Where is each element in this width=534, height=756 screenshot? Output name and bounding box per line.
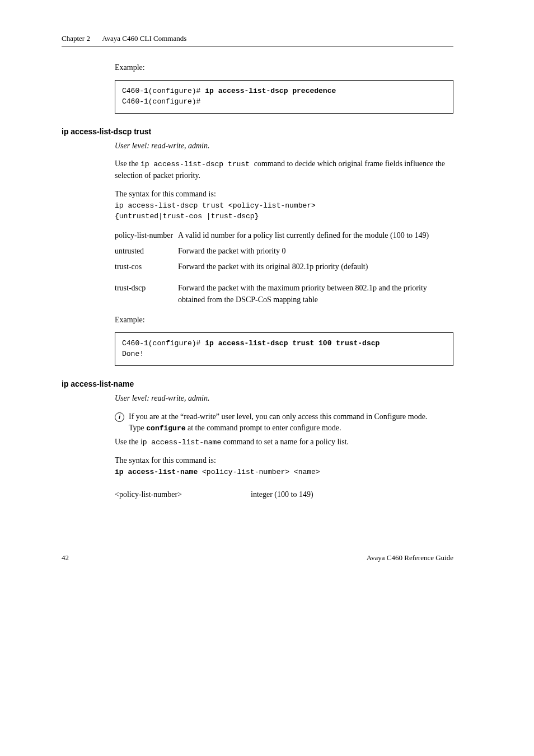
param-key: <policy-list-number>	[115, 487, 251, 503]
syntax-line: ip access-list-dscp trust <policy-list-n…	[115, 201, 453, 212]
info-text: If you are at the “read-write” user leve…	[129, 411, 427, 422]
page-footer: 42 Avaya C460 Reference Guide	[62, 553, 453, 564]
syntax-line: ip access-list-name <policy-list-number>…	[115, 467, 453, 478]
text: Type	[129, 424, 146, 432]
param-key: untrusted	[115, 243, 178, 259]
intro-text: Use the ip access-list-dscp trust comman…	[115, 158, 453, 181]
info-text: Type configure at the command prompt to …	[129, 422, 427, 434]
mono-text: ip access-list-dscp trust	[140, 160, 254, 168]
mono-bold: ip access-list-name	[115, 468, 198, 476]
intro-text: Use the ip access-list-name command to s…	[115, 436, 453, 448]
param-value: Forward the packet with its original 802…	[178, 259, 453, 275]
mono-bold: configure	[146, 424, 185, 433]
param-key: trust-dscp	[115, 275, 178, 308]
mono-text: p access-list-name	[143, 438, 221, 447]
example-label: Example:	[115, 62, 453, 73]
text: Use the i	[115, 438, 143, 446]
footer-title: Avaya C460 Reference Guide	[367, 553, 453, 564]
text: command to set a name for a policy list.	[221, 438, 349, 446]
param-value: Forward the packet with the maximum prio…	[178, 275, 453, 308]
table-row: trust-dscp Forward the packet with the m…	[115, 275, 453, 308]
page-header: Chapter 2 Avaya C460 CLI Commands	[62, 34, 453, 46]
table-row: untrusted Forward the packet with priori…	[115, 243, 453, 259]
code-bold: ip access-list-dscp precedence	[205, 87, 336, 95]
table-row: policy-list-number A valid id number for…	[115, 228, 453, 243]
code-block: C460-1(configure)# ip access-list-dscp t…	[115, 332, 453, 366]
code-text: C460-1(configure)#	[122, 87, 205, 95]
table-row: trust-cos Forward the packet with its or…	[115, 259, 453, 275]
user-level: User level: read-write, admin.	[115, 393, 453, 404]
code-bold: ip access-list-dscp trust 100 trust-dscp	[205, 339, 380, 348]
params-table: <policy-list-number> integer (100 to 149…	[115, 487, 453, 503]
code-block: C460-1(configure)# ip access-list-dscp p…	[115, 80, 453, 114]
example-label: Example:	[115, 314, 453, 326]
param-value: integer (100 to 149)	[251, 487, 453, 503]
param-key: trust-cos	[115, 259, 178, 275]
param-value: A valid id number for a policy list curr…	[178, 228, 453, 243]
user-level: User level: read-write, admin.	[115, 140, 453, 152]
section-heading-list-name: ip access-list-name	[62, 378, 453, 389]
header-title: Avaya C460 CLI Commands	[102, 34, 186, 43]
header-chapter: Chapter 2	[62, 34, 90, 43]
syntax-line: {untrusted|trust-cos |trust-dscp}	[115, 212, 453, 222]
code-text: C460-1(configure)#	[122, 97, 200, 106]
syntax-label: The syntax for this command is:	[115, 455, 453, 466]
code-text: C460-1(configure)#	[122, 339, 205, 348]
syntax-label: The syntax for this command is:	[115, 189, 453, 200]
text: Use the	[115, 159, 140, 168]
param-key: policy-list-number	[115, 228, 178, 243]
section-heading-dscp-trust: ip access-list-dscp trust	[62, 126, 453, 137]
table-row: <policy-list-number> integer (100 to 149…	[115, 487, 453, 503]
mono-text: <policy-list-number> <name>	[198, 468, 320, 476]
info-note: i If you are at the “read-write” user le…	[115, 411, 453, 434]
param-value: Forward the packet with priority 0	[178, 243, 453, 259]
params-table: policy-list-number A valid id number for…	[115, 228, 453, 308]
info-icon: i	[115, 412, 124, 422]
code-text: Done!	[122, 350, 144, 358]
text: at the command prompt to enter configure…	[186, 424, 341, 432]
page-number: 42	[62, 553, 69, 564]
